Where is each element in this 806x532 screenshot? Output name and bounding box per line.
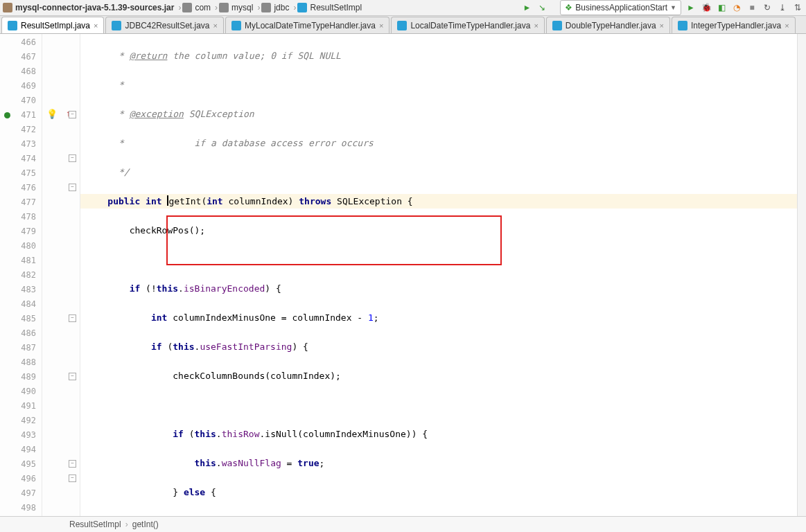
class-icon [678,21,687,30]
line-number[interactable]: 486 [0,326,42,341]
current-line[interactable]: public int getInt(int columnIndex) throw… [80,194,797,209]
fold-toggle[interactable]: − [69,314,76,322]
run-config-selector[interactable]: ❖ BusinessApplicationStart ▼ [560,0,681,15]
fold-toggle[interactable]: − [69,373,76,380]
editor-area: 4664674684694704714724734744754764774784… [0,34,806,516]
nav-pkg[interactable]: mysql [219,3,253,12]
line-number[interactable]: 466 [0,35,42,50]
profile-button[interactable]: ◔ [731,2,742,13]
line-number[interactable]: 476 [0,181,42,195]
run-button[interactable]: ► [685,2,697,13]
breakpoint-icon[interactable] [4,112,10,118]
tool-icon[interactable]: ⇅ [792,2,803,13]
editor-tabs: ResultSetImpl.java× JDBC42ResultSet.java… [0,16,806,34]
nav-pkg[interactable]: jdbc [261,3,289,12]
tab-label: DoubleTypeHandler.java [566,21,656,30]
tab-label: MyLocalDateTimeTypeHandler.java [245,21,376,30]
nav-class[interactable]: ResultSetImpl [297,3,362,12]
class-icon [552,21,562,30]
breadcrumbs-bar[interactable]: ResultSetImpl › getInt() [0,516,806,532]
line-number[interactable]: 487 [0,341,42,355]
line-number[interactable]: 470 [0,94,42,108]
class-icon [297,3,307,12]
line-number[interactable]: 489 [0,370,42,384]
navigation-bar: mysql-connector-java-5.1.39-sources.jar … [0,0,806,16]
line-number[interactable]: 477 [0,195,42,210]
line-number[interactable]: 481 [0,254,42,268]
line-number[interactable]: 478 [0,210,42,224]
line-number[interactable]: 498 [0,501,42,515]
tab-label: JDBC42ResultSet.java [125,21,209,30]
line-number[interactable]: 494 [0,443,42,457]
code-editor[interactable]: * @return the column value; 0 if SQL NUL… [80,34,797,516]
tab-label: ResultSetImpl.java [21,21,90,30]
line-number[interactable]: 490 [0,384,42,399]
tab-jdbc42[interactable]: JDBC42ResultSet.java× [105,17,224,33]
close-icon[interactable]: × [213,21,218,30]
library-icon [3,3,12,12]
tab-integer[interactable]: IntegerTypeHandler.java× [672,17,796,33]
fold-toggle[interactable]: − [69,154,76,162]
package-icon [182,3,192,12]
toolbar-right: ► ↘ ❖ BusinessApplicationStart ▼ ► 🐞 ◧ ◔… [521,0,803,15]
fold-toggle[interactable]: − [69,111,76,118]
line-number[interactable]: 484 [0,297,42,312]
run-icon[interactable]: ► [521,2,532,13]
fold-toggle[interactable]: − [69,475,76,482]
fold-toggle[interactable]: − [69,460,76,468]
run-config-label: BusinessApplicationStart [575,3,667,12]
class-icon [112,21,121,30]
close-icon[interactable]: × [94,21,98,30]
class-icon [231,21,241,30]
dropdown-icon: ▼ [670,4,676,11]
line-number[interactable]: 483 [0,283,42,297]
close-icon[interactable]: × [379,21,383,30]
line-number[interactable]: 480 [0,239,42,254]
nav-pkg[interactable]: com [182,3,211,12]
breadcrumb-method[interactable]: getInt() [132,520,159,529]
tool-icon[interactable]: ⤓ [777,2,788,13]
line-number-gutter[interactable]: 4664674684694704714724734744754764774784… [0,34,42,516]
line-number[interactable]: 474 [0,152,42,166]
fold-toggle[interactable]: − [69,184,76,191]
breadcrumb-class[interactable]: ResultSetImpl [69,520,121,529]
stop-button[interactable]: ■ [746,2,757,13]
line-number[interactable]: 492 [0,414,42,428]
nav-root[interactable]: mysql-connector-java-5.1.39-sources.jar [3,3,174,12]
line-number[interactable]: 473 [0,137,42,152]
error-stripe[interactable] [797,34,806,516]
line-number[interactable]: 485 [0,312,42,326]
line-number[interactable]: 479 [0,224,42,239]
debug-button[interactable]: 🐞 [701,2,712,13]
line-number[interactable]: 468 [0,64,42,79]
line-number[interactable]: 495 [0,457,42,472]
line-number[interactable]: 488 [0,355,42,370]
line-number[interactable]: 469 [0,79,42,94]
line-number[interactable]: 471 [0,108,42,123]
close-icon[interactable]: × [785,21,789,30]
tab-mylocal[interactable]: MyLocalDateTimeTypeHandler.java× [225,17,389,33]
tool-icon[interactable]: ↻ [762,2,773,13]
line-number[interactable]: 491 [0,399,42,414]
package-icon [219,3,229,12]
spring-icon: ❖ [565,3,572,12]
coverage-button[interactable]: ◧ [716,2,727,13]
tab-resultsetimpl[interactable]: ResultSetImpl.java× [1,17,104,33]
tab-label: LocalDateTimeTypeHandler.java [410,21,530,30]
step-icon[interactable]: ↘ [536,2,547,13]
marker-gutter[interactable]: ↑ 💡 − − − − − − − [42,34,80,516]
close-icon[interactable]: × [660,21,664,30]
line-number[interactable]: 497 [0,486,42,501]
line-number[interactable]: 482 [0,268,42,283]
nav-sep: › [178,3,181,12]
line-number[interactable]: 467 [0,50,42,64]
package-icon [261,3,271,12]
line-number[interactable]: 472 [0,123,42,137]
tab-local[interactable]: LocalDateTimeTypeHandler.java× [391,17,544,33]
intention-bulb-icon[interactable]: 💡 [46,109,58,119]
line-number[interactable]: 493 [0,428,42,443]
line-number[interactable]: 496 [0,472,42,486]
tab-double[interactable]: DoubleTypeHandler.java× [546,17,670,33]
line-number[interactable]: 475 [0,166,42,181]
close-icon[interactable]: × [534,21,538,30]
